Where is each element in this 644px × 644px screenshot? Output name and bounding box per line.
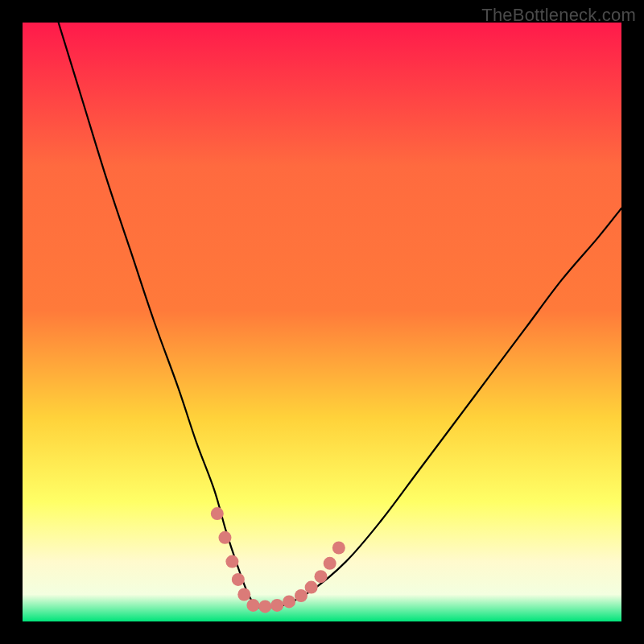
outer-frame: TheBottleneck.com [0,0,644,644]
highlight-point [295,589,308,602]
highlight-point [246,599,259,612]
highlight-point [258,600,271,613]
plot-area [23,23,621,621]
highlight-point [270,599,283,612]
watermark-text: TheBottleneck.com [481,5,636,26]
chart-svg [23,23,621,621]
highlight-point [218,531,231,544]
highlight-point [232,573,245,586]
highlight-point [324,557,336,570]
highlight-point [225,555,238,568]
highlight-point [332,541,345,554]
highlight-point [315,570,328,583]
gradient-background [23,23,621,621]
highlight-point [283,595,295,608]
highlight-point [305,581,318,594]
highlight-point [237,588,250,601]
highlight-point [211,507,224,520]
